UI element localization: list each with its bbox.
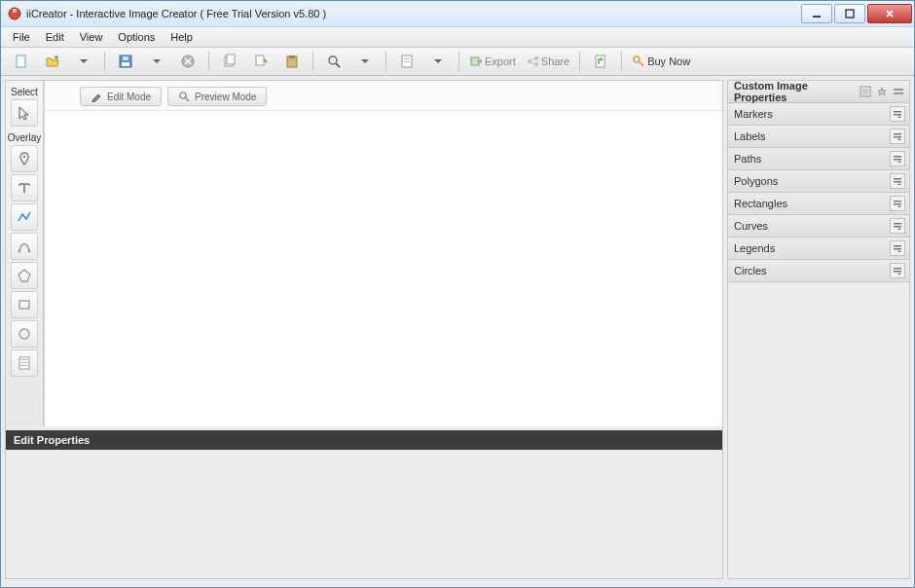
paste-button[interactable] [277, 50, 307, 73]
menu-help[interactable]: Help [163, 27, 201, 47]
tool-polygon[interactable] [11, 262, 38, 289]
copy-button[interactable] [215, 50, 244, 73]
section-legends-label: Legends [734, 242, 775, 254]
tool-pointer[interactable] [11, 99, 38, 127]
svg-rect-3 [846, 10, 854, 18]
edit-properties-header: Edit Properties [6, 430, 722, 450]
svg-rect-46 [894, 181, 901, 183]
section-paths-action[interactable] [890, 151, 905, 166]
tool-circle[interactable] [11, 320, 38, 348]
section-legends[interactable]: Legends [728, 238, 909, 260]
svg-rect-33 [20, 365, 28, 366]
export-label: Export [485, 55, 516, 67]
section-rectangles-label: Rectangles [734, 198, 787, 209]
new-button[interactable] [7, 50, 36, 73]
title-bar: iiCreator - Interactive Image Creator ( … [1, 1, 914, 27]
section-polygons[interactable]: Polygons [728, 170, 909, 193]
svg-rect-51 [894, 245, 901, 247]
preview-mode-button[interactable]: Preview Mode [167, 87, 267, 106]
svg-point-25 [23, 156, 25, 158]
tool-legend[interactable] [11, 349, 38, 377]
page-dropdown[interactable] [423, 50, 453, 73]
svg-point-27 [28, 250, 31, 253]
svg-rect-50 [894, 226, 901, 228]
svg-rect-1 [13, 9, 17, 13]
tool-rectangle[interactable] [11, 291, 38, 318]
menu-file[interactable]: File [5, 27, 38, 47]
svg-rect-12 [256, 55, 264, 65]
refresh-button[interactable] [586, 50, 615, 73]
toolstrip-select-label: Select [11, 87, 38, 97]
section-markers[interactable]: Markers [728, 103, 909, 126]
menu-view[interactable]: View [72, 27, 111, 47]
buy-now-button[interactable]: Buy Now [628, 50, 694, 73]
zoom-dropdown[interactable] [350, 50, 380, 73]
svg-point-34 [180, 92, 186, 98]
mode-bar: Edit Mode Preview Mode [45, 81, 722, 111]
tool-text[interactable] [11, 174, 38, 202]
svg-rect-28 [19, 301, 29, 309]
section-labels[interactable]: Labels [728, 126, 909, 148]
edit-properties-body [6, 450, 722, 578]
tool-marker[interactable] [11, 145, 38, 172]
svg-rect-39 [894, 111, 901, 113]
section-curves[interactable]: Curves [728, 215, 909, 238]
delete-button[interactable] [173, 50, 202, 73]
main-toolbar: Export Share Buy Now [1, 48, 914, 76]
section-circles[interactable]: Circles [728, 260, 909, 282]
canvas[interactable] [45, 111, 722, 426]
main-layout: Select Overlay [1, 76, 914, 587]
edit-mode-button[interactable]: Edit Mode [80, 87, 162, 106]
maximize-button[interactable] [834, 4, 865, 23]
share-icon [526, 55, 539, 68]
svg-rect-38 [894, 92, 903, 94]
zoom-button[interactable] [319, 50, 348, 73]
svg-rect-37 [894, 89, 903, 91]
export-button[interactable]: Export [465, 50, 520, 73]
cut-button[interactable] [246, 50, 275, 73]
app-window: iiCreator - Interactive Image Creator ( … [0, 0, 915, 588]
svg-rect-32 [20, 362, 28, 363]
open-dropdown[interactable] [69, 50, 98, 73]
menu-edit[interactable]: Edit [38, 27, 72, 47]
svg-rect-7 [122, 62, 129, 66]
panel-icon-1[interactable] [859, 85, 872, 98]
panel-icon-2[interactable] [875, 85, 889, 98]
right-panel-header[interactable]: Custom Image Properties [728, 81, 909, 103]
svg-rect-45 [894, 178, 901, 180]
right-panel-header-label: Custom Image Properties [734, 80, 859, 103]
svg-rect-47 [894, 201, 901, 202]
section-legends-action[interactable] [890, 240, 905, 256]
save-dropdown[interactable] [142, 50, 171, 73]
preview-mode-label: Preview Mode [195, 92, 256, 102]
svg-point-5 [55, 55, 58, 59]
minimize-button[interactable] [801, 4, 832, 23]
page-button[interactable] [392, 50, 421, 73]
pencil-icon [91, 91, 102, 102]
svg-rect-17 [404, 58, 410, 59]
svg-rect-42 [894, 136, 901, 138]
section-rectangles-action[interactable] [890, 196, 905, 211]
section-rectangles[interactable]: Rectangles [728, 193, 909, 215]
save-button[interactable] [111, 50, 140, 73]
right-panel-fill [728, 282, 909, 578]
panel-icon-3[interactable] [892, 85, 905, 98]
menu-options[interactable]: Options [110, 27, 163, 47]
key-icon [632, 55, 645, 68]
svg-rect-44 [894, 159, 901, 161]
section-labels-action[interactable] [890, 129, 905, 144]
share-button[interactable]: Share [522, 50, 573, 73]
section-polygons-action[interactable] [890, 173, 905, 189]
share-label: Share [541, 55, 569, 67]
open-button[interactable] [38, 50, 67, 73]
section-paths-label: Paths [734, 153, 761, 165]
svg-rect-18 [404, 61, 410, 62]
section-paths[interactable]: Paths [728, 148, 909, 170]
edit-mode-label: Edit Mode [107, 92, 151, 102]
section-curves-action[interactable] [890, 218, 905, 234]
section-markers-action[interactable] [890, 106, 905, 122]
tool-curve[interactable] [11, 233, 38, 260]
section-circles-action[interactable] [890, 263, 905, 278]
tool-path[interactable] [11, 203, 38, 231]
close-button[interactable] [867, 4, 912, 23]
